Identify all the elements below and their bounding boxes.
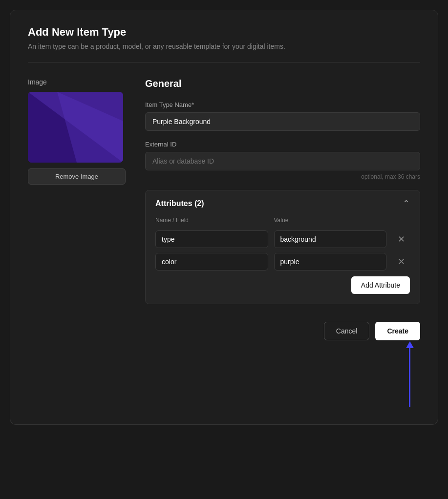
remove-image-button[interactable]: Remove Image (28, 168, 126, 185)
attribute-value-input-2[interactable] (274, 253, 387, 270)
external-id-label: External ID (145, 141, 420, 148)
external-id-input[interactable] (145, 152, 420, 170)
attributes-header[interactable]: Attributes (2) ⌃ (146, 190, 420, 217)
cancel-button[interactable]: Cancel (324, 322, 370, 340)
add-attribute-row: Add Attribute (155, 276, 410, 294)
item-type-name-input[interactable] (145, 112, 420, 131)
attributes-column-headers: Name / Field Value (155, 217, 410, 228)
image-section: Image Remove Image (28, 78, 126, 340)
external-id-group: External ID optional, max 36 chars (145, 141, 420, 180)
remove-attribute-button-1[interactable]: ✕ (392, 230, 410, 248)
arrow-container (28, 348, 420, 407)
modal-title: Add New Item Type (28, 26, 420, 39)
item-type-name-label: Item Type Name* (145, 101, 420, 108)
general-title: General (145, 78, 420, 89)
general-section: General Item Type Name* External ID opti… (145, 78, 420, 340)
attribute-name-input-2[interactable] (155, 253, 268, 270)
divider (28, 62, 420, 62)
attribute-name-input-1[interactable] (155, 230, 268, 248)
modal-subtitle: An item type can be a product, model, or… (28, 42, 420, 50)
image-preview (28, 92, 123, 163)
modal-body: Image Remove Image General Item Type Nam… (28, 78, 420, 340)
remove-attribute-button-2[interactable]: ✕ (392, 253, 410, 270)
modal-container: Add New Item Type An item type can be a … (10, 10, 438, 425)
chevron-up-icon: ⌃ (403, 198, 410, 209)
add-attribute-button[interactable]: Add Attribute (351, 276, 410, 294)
attributes-panel: Attributes (2) ⌃ Name / Field Value (145, 190, 420, 304)
modal-footer: Cancel Create (145, 322, 420, 340)
attributes-title: Attributes (2) (155, 199, 204, 208)
image-label: Image (28, 78, 126, 86)
attribute-value-input-1[interactable] (274, 230, 387, 248)
create-button[interactable]: Create (375, 322, 420, 340)
attribute-row: ✕ (155, 230, 410, 248)
attributes-body: Name / Field Value ✕ (146, 217, 420, 304)
arrow-up-icon (409, 348, 410, 407)
item-type-name-group: Item Type Name* (145, 101, 420, 131)
col-value-label: Value (274, 217, 387, 224)
modal-overlay: Add New Item Type An item type can be a … (0, 0, 448, 499)
external-id-hint: optional, max 36 chars (145, 173, 420, 180)
col-name-label: Name / Field (155, 217, 268, 224)
attribute-row: ✕ (155, 253, 410, 270)
